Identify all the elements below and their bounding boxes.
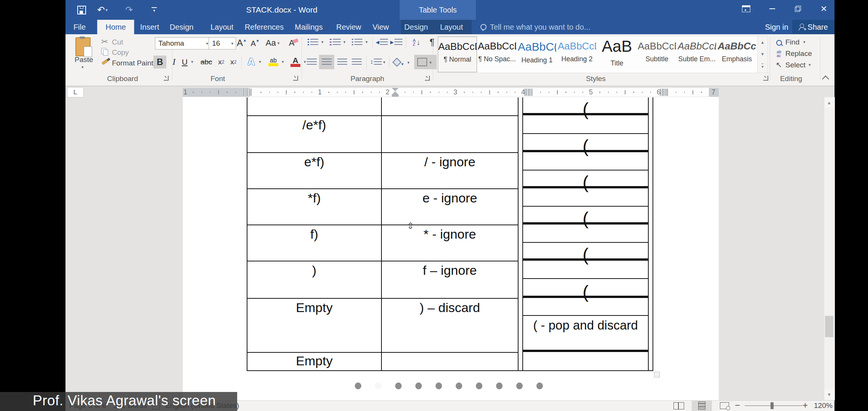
stack-cell[interactable] [523, 352, 648, 371]
styles-scroll-up-icon[interactable]: ▲ [761, 40, 765, 45]
zoom-out-button[interactable]: − [735, 400, 740, 411]
stack-cell[interactable]: ( - pop and discard [523, 316, 648, 352]
bullets-dropdown-icon[interactable]: ▾ [321, 40, 324, 45]
numbering-dropdown-icon[interactable]: ▾ [343, 40, 346, 45]
align-right-button[interactable] [336, 56, 349, 68]
zoom-slider-track[interactable] [745, 405, 803, 406]
page-dot[interactable] [536, 382, 543, 389]
underline-dropdown-icon[interactable]: ▾ [191, 59, 193, 64]
ruler-table-column-marker[interactable] [525, 89, 533, 96]
table-cell-expr[interactable]: *f) [247, 191, 381, 206]
tell-me-box[interactable]: Tell me what you want to do... [480, 20, 590, 34]
table-cell-expr[interactable]: e*f) [247, 155, 381, 169]
style-emphasis[interactable]: AaBbCcDi Emphasis [718, 37, 756, 72]
tab-file[interactable]: File [73, 20, 86, 34]
justify-button[interactable] [350, 56, 363, 68]
tab-references[interactable]: References [245, 20, 284, 34]
stack-cell[interactable] [523, 225, 648, 243]
stack-cell[interactable] [523, 152, 648, 170]
grow-font-button[interactable]: A▲ [235, 37, 248, 49]
scrollbar-thumb[interactable] [825, 316, 833, 337]
bold-button[interactable]: B [153, 56, 166, 68]
table-cell-expr[interactable]: Empty [247, 300, 381, 315]
select-label[interactable]: Select [785, 61, 806, 69]
borders-dropdown-icon[interactable]: ▾ [429, 60, 432, 65]
decrease-indent-button[interactable]: ◀ [375, 37, 388, 47]
table-cell-expr[interactable]: f) [247, 227, 381, 242]
web-layout-button[interactable] [716, 401, 733, 410]
highlight-dropdown-icon[interactable]: ▾ [282, 59, 284, 64]
tab-selector[interactable]: L [67, 87, 84, 97]
table-cell-expr[interactable]: ) [247, 263, 381, 278]
undo-button[interactable]: ↶ ▾ [96, 0, 109, 20]
multilevel-dropdown-icon[interactable]: ▾ [365, 40, 368, 45]
save-button[interactable] [74, 0, 89, 20]
underline-button[interactable]: U [180, 56, 190, 68]
paste-button[interactable] [72, 37, 94, 56]
tab-design[interactable]: Design [170, 20, 193, 34]
align-left-button[interactable] [305, 56, 318, 68]
page-dot[interactable] [456, 382, 462, 389]
find-icon[interactable] [774, 38, 783, 47]
format-painter-label[interactable]: Format Painter [112, 59, 160, 67]
styles-gallery-scroll[interactable]: ▲ ▼ ▾ [757, 36, 768, 73]
stack-cell[interactable]: ( [523, 97, 648, 115]
minimize-button[interactable] [763, 0, 781, 18]
find-dropdown-icon[interactable]: ▾ [803, 40, 806, 45]
italic-button[interactable]: I [169, 56, 179, 68]
shading-dropdown-icon[interactable]: ▾ [407, 60, 410, 65]
stack-cell[interactable] [523, 261, 648, 279]
clipboard-dialog-launcher[interactable] [164, 76, 169, 81]
font-size-combobox[interactable]: 16 ▾ [209, 37, 236, 49]
page-dot-active[interactable] [375, 382, 381, 389]
replace-label[interactable]: Replace [785, 49, 812, 58]
paste-dropdown-icon[interactable]: ▾ [81, 65, 84, 70]
style-heading-2[interactable]: AaBbCcD Heading 2 [558, 37, 596, 72]
page-dot[interactable] [415, 382, 422, 389]
style-subtitle[interactable]: AaBbCcD Subtitle [638, 37, 676, 72]
customize-quick-access-button[interactable]: ▾ [148, 0, 160, 20]
paste-label[interactable]: Paste [75, 56, 93, 64]
stack-cell[interactable] [523, 298, 648, 316]
multilevel-list-button[interactable] [350, 37, 364, 47]
tab-review[interactable]: Review [336, 20, 361, 34]
style-normal[interactable]: AaBbCcDc ¶ Normal [438, 37, 477, 72]
read-mode-button[interactable] [670, 401, 688, 410]
styles-scroll-down-icon[interactable]: ▼ [761, 52, 765, 56]
clear-formatting-button[interactable]: A [287, 37, 300, 49]
tab-mailings[interactable]: Mailings [295, 20, 322, 34]
cut-icon[interactable]: ✂ [100, 37, 110, 47]
format-painter-icon[interactable] [100, 58, 110, 66]
font-color-button[interactable]: A [289, 55, 302, 68]
numbering-button[interactable] [328, 37, 342, 47]
tab-tabletools-design[interactable]: Design [404, 20, 428, 34]
table-cell-expr[interactable]: /e*f) [247, 118, 381, 132]
close-button[interactable]: × [815, 0, 833, 18]
ruler-table-column-marker[interactable] [244, 89, 252, 96]
font-dialog-launcher[interactable] [293, 76, 298, 81]
document-table[interactable]: /e*f) e*f) / - ignore *f) e - ignore f) … [247, 97, 519, 371]
table-cell-action[interactable]: ) – discard [382, 300, 518, 315]
zoom-in-button[interactable]: + [803, 400, 808, 411]
scroll-up-button[interactable]: ▲ [825, 98, 834, 108]
style-subtle-emphasis[interactable]: AaBbCcDi Subtle Em... [678, 37, 716, 72]
highlight-button[interactable]: ab [266, 55, 281, 68]
style-heading-1[interactable]: AaBbC( Heading 1 [518, 37, 556, 72]
select-icon[interactable]: ↖ [774, 60, 783, 69]
zoom-level[interactable]: 120% [814, 400, 833, 411]
scroll-down-button[interactable]: ▼ [825, 390, 834, 400]
copy-label[interactable]: Copy [112, 48, 129, 57]
paragraph-dialog-launcher[interactable] [425, 76, 430, 81]
sign-in-link[interactable]: Sign in [765, 20, 788, 34]
text-effects-dropdown-icon[interactable]: ▾ [259, 59, 261, 64]
stack-cell[interactable]: ( [523, 134, 648, 152]
stack-cell[interactable]: ( [523, 279, 648, 298]
ruler-indent-marker[interactable] [391, 88, 400, 97]
page-dot[interactable] [395, 382, 402, 389]
table-cell-action[interactable]: * - ignore [382, 227, 518, 242]
tab-home[interactable]: Home [97, 20, 134, 34]
ruler-table-column-marker[interactable] [660, 89, 669, 96]
select-dropdown-icon[interactable]: ▾ [809, 62, 811, 67]
align-center-button[interactable] [320, 56, 333, 68]
styles-dialog-launcher[interactable] [763, 76, 768, 81]
